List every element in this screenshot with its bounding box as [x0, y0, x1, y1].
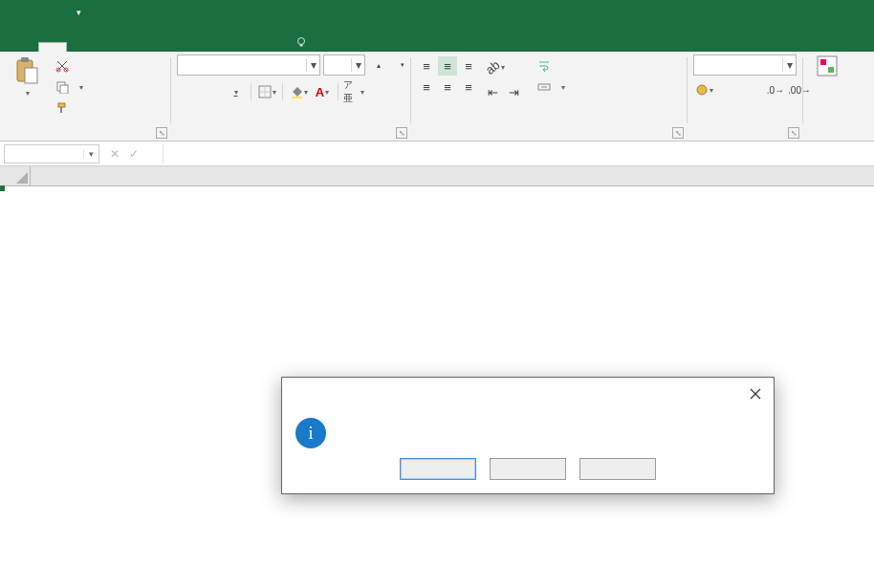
font-size-combo[interactable]: ▾: [323, 54, 365, 76]
chevron-down-icon: ▾: [83, 149, 98, 159]
spreadsheet-grid: [0, 166, 874, 186]
paste-button[interactable]: ▾: [6, 54, 48, 98]
quick-access-toolbar: ▾: [8, 8, 86, 17]
tab-view[interactable]: [222, 41, 251, 52]
align-top-button[interactable]: ≡: [417, 56, 436, 76]
merge-center-button[interactable]: ▾: [534, 77, 569, 97]
borders-button[interactable]: ▾: [256, 81, 277, 102]
save-csv-dialog: i: [281, 377, 775, 494]
dialog-no-button[interactable]: [490, 458, 566, 480]
group-number: ▾ ▾ .0→ .00→ ⤡: [688, 52, 802, 141]
dialog-help-button[interactable]: [579, 458, 656, 480]
align-right-button[interactable]: ≡: [459, 77, 478, 97]
accept-formula-button[interactable]: ✓: [124, 147, 143, 161]
increase-font-button[interactable]: ▴: [368, 54, 389, 76]
border-icon: [258, 85, 272, 98]
formula-input[interactable]: [163, 144, 874, 163]
font-launcher[interactable]: ⤡: [396, 127, 407, 139]
brush-icon: [55, 101, 69, 115]
comma-button[interactable]: [741, 79, 762, 100]
paste-icon: [14, 56, 39, 85]
qat-more-icon[interactable]: ▾: [71, 8, 86, 17]
svg-rect-14: [820, 59, 826, 65]
paste-dropdown-icon: ▾: [26, 89, 30, 98]
alignment-grid: ≡ ≡ ≡ ≡ ≡ ≡: [417, 56, 478, 97]
scissors-icon: [55, 59, 69, 73]
ribbon: ▾ ▾ ⤡: [0, 52, 874, 142]
tab-acrobat[interactable]: [252, 41, 281, 52]
group-title-alignment: [417, 136, 681, 139]
group-font: ▾ ▾ ▴ ▾ ▾ ▾ ▾ A▾ ア亜▾: [171, 52, 410, 141]
tab-home[interactable]: [38, 42, 67, 52]
alignment-launcher[interactable]: ⤡: [672, 127, 684, 139]
svg-rect-15: [828, 67, 834, 73]
orientation-button[interactable]: ab▾: [482, 56, 509, 77]
svg-rect-8: [58, 103, 65, 107]
svg-rect-3: [25, 68, 37, 83]
column-headers: [0, 166, 874, 186]
dialog-yes-button[interactable]: [400, 458, 476, 480]
info-icon: i: [295, 418, 326, 448]
tell-me-search[interactable]: [295, 35, 313, 52]
cond-format-icon: [816, 54, 839, 77]
percent-button[interactable]: [717, 79, 738, 100]
group-clipboard: ▾ ▾ ⤡: [0, 52, 170, 141]
tab-page-layout[interactable]: [99, 41, 128, 52]
title-bar: ▾: [0, 0, 874, 25]
svg-rect-10: [292, 97, 302, 98]
group-title-number: [693, 136, 797, 139]
underline-button[interactable]: ▾: [225, 81, 246, 102]
group-styles: [803, 52, 851, 141]
select-all-button[interactable]: [0, 166, 31, 185]
tab-formulas[interactable]: [130, 41, 159, 52]
align-left-button[interactable]: ≡: [417, 77, 436, 97]
tab-review[interactable]: [191, 41, 220, 52]
chevron-down-icon: ▾: [306, 58, 319, 72]
conditional-formatting-button[interactable]: [809, 54, 845, 78]
bulb-icon: [295, 35, 308, 49]
font-color-button[interactable]: A▾: [312, 81, 333, 102]
wrap-text-button[interactable]: [534, 56, 569, 76]
dialog-close-button[interactable]: [747, 385, 764, 403]
tab-file[interactable]: [8, 41, 36, 52]
format-painter-button[interactable]: [52, 98, 87, 118]
decrease-font-button[interactable]: ▾: [392, 54, 413, 76]
number-format-combo[interactable]: ▾: [693, 54, 797, 76]
cut-button[interactable]: [52, 56, 87, 76]
svg-rect-7: [60, 85, 68, 94]
svg-point-12: [697, 85, 707, 95]
group-title-font: [177, 136, 404, 139]
close-icon: [750, 388, 761, 400]
svg-point-0: [298, 38, 305, 45]
tab-insert[interactable]: [69, 41, 98, 52]
coin-icon: [695, 83, 709, 97]
align-center-button[interactable]: ≡: [438, 77, 457, 97]
increase-decimal-button[interactable]: .0→: [765, 79, 786, 100]
group-title-clipboard: [6, 136, 164, 139]
copy-icon: [55, 80, 69, 94]
formula-bar: ▾ ✕ ✓: [0, 142, 874, 166]
cancel-formula-button[interactable]: ✕: [105, 147, 124, 161]
decrease-indent-button[interactable]: ⇤: [482, 81, 503, 102]
chevron-down-icon: ▾: [782, 58, 796, 72]
wrap-icon: [537, 59, 551, 73]
bucket-icon: [290, 85, 303, 98]
align-bottom-button[interactable]: ≡: [459, 56, 478, 76]
fill-color-button[interactable]: ▾: [288, 81, 309, 102]
copy-button[interactable]: ▾: [52, 77, 87, 97]
align-middle-button[interactable]: ≡: [438, 56, 457, 76]
accounting-button[interactable]: ▾: [693, 79, 714, 100]
merge-icon: [537, 80, 551, 94]
chevron-down-icon: ▾: [351, 58, 364, 72]
clipboard-launcher[interactable]: ⤡: [156, 127, 167, 139]
font-name-combo[interactable]: ▾: [177, 54, 320, 76]
phonetic-button[interactable]: ア亜▾: [343, 81, 364, 102]
svg-rect-2: [21, 57, 29, 62]
name-box[interactable]: ▾: [4, 144, 99, 163]
group-alignment: ≡ ≡ ≡ ≡ ≡ ≡ ab▾ ⇤ ⇥: [411, 52, 687, 141]
number-launcher[interactable]: ⤡: [788, 127, 799, 139]
increase-indent-button[interactable]: ⇥: [503, 81, 524, 102]
italic-button[interactable]: [201, 81, 222, 102]
bold-button[interactable]: [177, 81, 198, 102]
tab-data[interactable]: [161, 41, 189, 52]
